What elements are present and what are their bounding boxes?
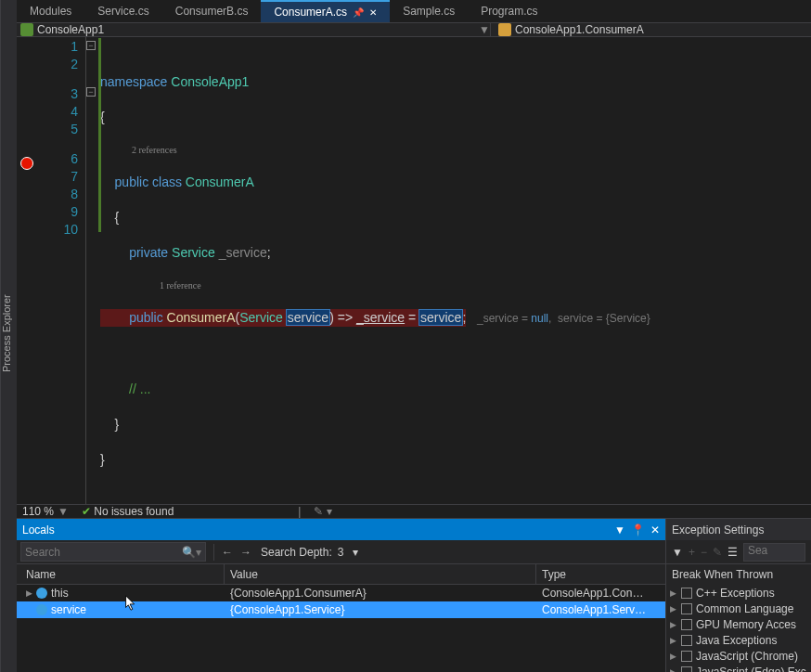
- code-body[interactable]: namespace ConsoleApp1 { 2 references pub…: [100, 37, 811, 504]
- list-icon[interactable]: ☰: [727, 546, 738, 559]
- code-navbar: ConsoleApp1▼ ConsoleApp1.ConsumerA: [17, 23, 811, 37]
- locals-grid-body[interactable]: ▶this {ConsoleApp1.ConsumerA} ConsoleApp…: [17, 585, 665, 672]
- search-icon[interactable]: 🔍: [182, 546, 196, 559]
- checkbox[interactable]: [681, 619, 692, 630]
- nav-project[interactable]: ConsoleApp1▼: [17, 23, 490, 36]
- process-explorer-rail[interactable]: Process Explorer: [0, 0, 17, 672]
- col-value[interactable]: Value: [225, 564, 536, 584]
- expand-icon[interactable]: ▶: [670, 652, 677, 661]
- exception-settings-panel: Exception Settings ▼ + − ✎ ☰ Sea Break W…: [666, 519, 811, 672]
- locals-grid-header: Name Value Type: [17, 564, 665, 585]
- variable-icon: [36, 588, 47, 599]
- pin-icon[interactable]: 📌: [353, 7, 364, 18]
- expand-icon[interactable]: ▶: [670, 620, 677, 629]
- change-marker: [98, 38, 101, 232]
- pin-icon[interactable]: 📍: [631, 523, 645, 536]
- tab-consumerb[interactable]: ConsumerB.cs: [162, 0, 262, 22]
- zoom-level[interactable]: 110 %▼: [22, 505, 69, 518]
- exception-settings-header[interactable]: Exception Settings: [666, 519, 811, 540]
- locals-search-input[interactable]: Search 🔍▾: [20, 542, 206, 562]
- tab-modules[interactable]: Modules: [17, 0, 84, 22]
- exception-list[interactable]: ▶C++ Exceptions ▶Common Language ▶GPU Me…: [666, 585, 811, 672]
- dropdown-icon[interactable]: ▼: [614, 523, 625, 536]
- col-type[interactable]: Type: [536, 564, 665, 584]
- exception-item[interactable]: ▶C++ Exceptions: [666, 585, 811, 601]
- exception-item[interactable]: ▶Java Exceptions: [666, 632, 811, 648]
- code-editor[interactable]: 1 2 3 4 5 6 7 8 9 10 − − namespace Conso…: [17, 37, 811, 504]
- exception-item[interactable]: ▶JavaScript (Edge) Exc: [666, 664, 811, 672]
- close-icon[interactable]: ✕: [369, 7, 377, 18]
- expand-icon[interactable]: ▶: [670, 588, 677, 598]
- tab-program[interactable]: Program.cs: [468, 0, 550, 22]
- checkbox[interactable]: [681, 666, 692, 673]
- edit-icon: ✎: [713, 546, 722, 559]
- locals-row-this[interactable]: ▶this {ConsoleApp1.ConsumerA} ConsoleApp…: [17, 585, 665, 601]
- editor-status-bar: 110 %▼ ✔ No issues found | ✎ ▾: [17, 504, 811, 518]
- checkbox[interactable]: [681, 603, 692, 614]
- nav-back-icon[interactable]: ←: [218, 546, 237, 559]
- debug-inline-hint: _service = null, service = {Service}: [477, 312, 650, 325]
- codelens[interactable]: 2 references: [100, 144, 811, 156]
- nav-prev-icon[interactable]: |: [298, 505, 301, 518]
- tab-service[interactable]: Service.cs: [84, 0, 161, 22]
- exception-item[interactable]: ▶JavaScript (Chrome): [666, 648, 811, 664]
- document-tabs: Modules Service.cs ConsumerB.cs Consumer…: [17, 0, 811, 23]
- codelens[interactable]: 1 reference: [100, 279, 811, 291]
- locals-header[interactable]: Locals ▼ 📍 ✕: [17, 519, 665, 540]
- locals-toolbar: Search 🔍▾ ← → Search Depth: 3 ▾: [17, 540, 665, 564]
- checkbox[interactable]: [681, 651, 692, 662]
- nav-type[interactable]: ConsoleApp1.ConsumerA: [490, 23, 811, 36]
- exception-item[interactable]: ▶GPU Memory Acces: [666, 616, 811, 632]
- nav-fwd-icon[interactable]: →: [237, 546, 255, 559]
- locals-panel: Locals ▼ 📍 ✕ Search 🔍▾ ← → Search Depth:…: [17, 519, 666, 672]
- locals-row-service[interactable]: ▶service {ConsoleApp1.Service} ConsoleAp…: [17, 601, 665, 618]
- remove-icon: −: [701, 546, 707, 559]
- col-name[interactable]: Name: [17, 564, 225, 584]
- add-icon: +: [689, 546, 695, 559]
- checkbox[interactable]: [681, 635, 692, 646]
- exception-item[interactable]: ▶Common Language: [666, 601, 811, 616]
- fold-icon[interactable]: −: [86, 41, 96, 50]
- class-icon: [498, 23, 511, 36]
- breakpoint-icon[interactable]: [20, 157, 33, 170]
- expand-icon[interactable]: ▶: [670, 604, 677, 614]
- brush-icon[interactable]: ✎ ▾: [314, 505, 331, 518]
- issues-status[interactable]: ✔ No issues found: [82, 505, 174, 518]
- line-numbers: 1 2 3 4 5 6 7 8 9 10: [39, 37, 85, 504]
- variable-icon: [36, 604, 47, 615]
- tab-consumera[interactable]: ConsumerA.cs📌✕: [261, 0, 390, 22]
- expand-icon[interactable]: ▶: [26, 588, 32, 598]
- search-depth-value[interactable]: 3 ▾: [338, 546, 359, 559]
- filter-icon[interactable]: ▼: [672, 546, 683, 559]
- csharp-icon: [20, 23, 33, 36]
- expand-icon[interactable]: ▶: [670, 636, 677, 645]
- search-depth-label: Search Depth:: [261, 546, 332, 559]
- tab-sample[interactable]: Sample.cs: [390, 0, 468, 22]
- exception-search-input[interactable]: Sea: [743, 543, 805, 562]
- check-icon: ✔: [82, 505, 91, 518]
- fold-icon[interactable]: −: [86, 87, 96, 97]
- exception-toolbar: ▼ + − ✎ ☰ Sea: [666, 540, 811, 564]
- break-when-thrown-label: Break When Thrown: [666, 564, 811, 585]
- expand-icon[interactable]: ▶: [670, 667, 677, 673]
- checkbox[interactable]: [681, 588, 692, 599]
- breakpoint-margin[interactable]: [17, 37, 39, 504]
- close-icon[interactable]: ✕: [650, 523, 660, 536]
